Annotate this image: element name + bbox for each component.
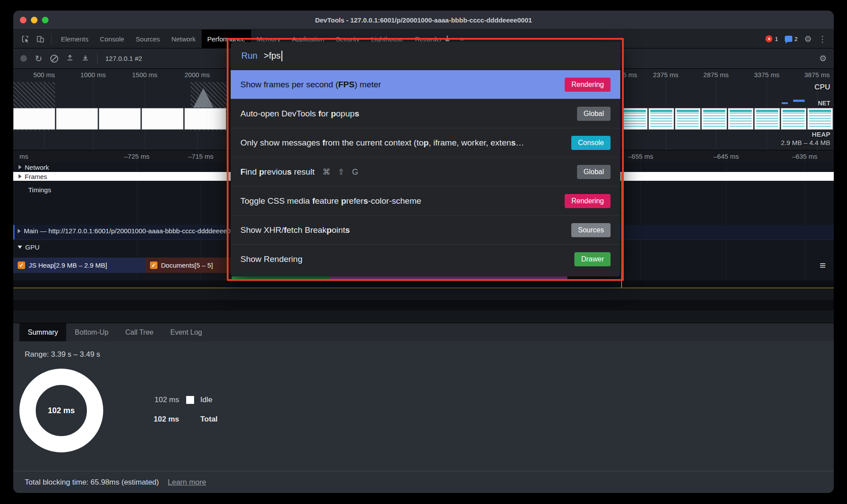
- legend-swatch: [186, 396, 194, 404]
- filmstrip-screenshot[interactable]: [807, 108, 833, 130]
- minimize-window-button[interactable]: [31, 17, 37, 23]
- ruler-label: 1500 ms: [132, 71, 157, 78]
- command-menu-item[interactable]: Show RenderingDrawer: [231, 244, 620, 273]
- filmstrip-screenshot[interactable]: [728, 108, 753, 130]
- tabbar-right-actions: × 1 2 ⚙ ⋮: [765, 35, 834, 43]
- save-profile-icon[interactable]: [82, 54, 89, 63]
- load-profile-icon[interactable]: [66, 54, 74, 63]
- counter-toggle[interactable]: ✓Documents[5 – 5]: [146, 258, 231, 273]
- tab-bottom-up[interactable]: Bottom-Up: [66, 323, 116, 341]
- filmstrip-screenshot[interactable]: [56, 108, 98, 130]
- filmstrip-screenshot[interactable]: [99, 108, 141, 130]
- ruler-label: –635 ms: [792, 153, 817, 160]
- record-button[interactable]: [20, 55, 27, 62]
- track-label: GPU: [25, 243, 40, 251]
- profile-select[interactable]: 127.0.0.1 #2: [105, 55, 142, 62]
- hamburger-menu-icon[interactable]: ≡: [820, 258, 826, 272]
- command-menu-item[interactable]: Only show messages from the current cont…: [231, 128, 620, 157]
- tab-label: Network: [172, 35, 196, 43]
- reload-and-record-icon[interactable]: ↻: [35, 54, 42, 63]
- status-footer: Total blocking time: 65.98ms (estimated)…: [13, 471, 834, 493]
- close-window-button[interactable]: [20, 17, 26, 23]
- counter-toggle[interactable]: ✓JS Heap[2.9 MB – 2.9 MB]: [13, 258, 146, 273]
- summary-panel: Range: 3.39 s – 3.49 s 102 ms 102 msIdle…: [13, 341, 834, 471]
- window-titlebar: DevTools - 127.0.0.1:6001/p/20001000-aaa…: [13, 11, 834, 30]
- ruler-label: 1000 ms: [80, 71, 106, 78]
- tab-sources[interactable]: Sources: [130, 30, 166, 48]
- thumb-content: [650, 110, 672, 128]
- device-toolbar-icon[interactable]: [33, 32, 48, 45]
- ruler-label: 2000 ms: [184, 71, 210, 78]
- disclosure-triangle-icon[interactable]: [18, 246, 22, 249]
- legend-label: Idle: [200, 396, 212, 404]
- donut-center-label: 102 ms: [19, 369, 103, 452]
- disclosure-triangle-icon[interactable]: [19, 165, 22, 169]
- command-menu-item[interactable]: Show frames per second (FPS) meterRender…: [231, 70, 620, 99]
- filmstrip-screenshot[interactable]: [13, 108, 55, 130]
- filmstrip-screenshot[interactable]: [675, 108, 701, 130]
- tab-elements[interactable]: Elements: [55, 30, 94, 48]
- tab-label: Memory: [257, 35, 281, 43]
- window-title: DevTools - 127.0.0.1:6001/p/20001000-aaa…: [13, 16, 834, 24]
- command-menu-item[interactable]: Show XHR/fetch BreakpointsSources: [231, 215, 620, 244]
- cpu-spike-marker: [193, 88, 214, 108]
- command-input-row[interactable]: Run >fps: [231, 42, 620, 70]
- command-item-label: Show Rendering: [240, 254, 302, 264]
- flask-icon: [445, 35, 450, 43]
- total-blocking-time-label: Total blocking time: 65.98ms (estimated): [25, 478, 159, 487]
- error-count-badge[interactable]: × 1: [765, 35, 778, 42]
- filmstrip-screenshot[interactable]: [622, 108, 648, 130]
- inspect-element-icon[interactable]: [18, 32, 33, 45]
- timeline-marker-line: [621, 173, 622, 287]
- command-menu-item[interactable]: Toggle CSS media feature prefers-color-s…: [231, 186, 620, 215]
- issues-count-badge[interactable]: 2: [785, 36, 798, 42]
- filmstrip-screenshot[interactable]: [142, 108, 184, 130]
- filmstrip-screenshot[interactable]: [781, 108, 806, 130]
- nodes-counter-strip: [232, 276, 330, 279]
- thumb-content: [783, 110, 805, 128]
- counter-baseline: [13, 287, 834, 288]
- filmstrip-screenshot[interactable]: [701, 108, 727, 130]
- command-item-label: Find previous result: [240, 167, 315, 177]
- listeners-counter-strip: [330, 276, 567, 279]
- ruler-label: –715 ms: [188, 153, 214, 160]
- tab-label: Application: [292, 35, 324, 43]
- settings-gear-icon[interactable]: ⚙: [804, 35, 812, 43]
- capture-settings-gear-icon[interactable]: ⚙: [819, 54, 827, 63]
- command-item-label: Show frames per second (FPS) meter: [240, 80, 381, 90]
- command-menu-item[interactable]: Find previous result⌘ ⇧ GGlobal: [231, 157, 620, 186]
- learn-more-link[interactable]: Learn more: [168, 478, 206, 487]
- error-count: 1: [775, 36, 778, 42]
- disclosure-triangle-icon[interactable]: [18, 229, 21, 233]
- command-menu-item[interactable]: Auto-open DevTools for popupsGlobal: [231, 99, 620, 128]
- command-item-badge: Sources: [571, 223, 611, 237]
- toolbar-divider: [51, 34, 52, 44]
- checkbox-checked-icon[interactable]: ✓: [150, 261, 157, 269]
- zoom-window-button[interactable]: [42, 17, 49, 23]
- command-item-label: Only show messages from the current cont…: [240, 138, 524, 148]
- tab-network[interactable]: Network: [166, 30, 202, 48]
- ruler-label: ms: [19, 153, 28, 160]
- ruler-label: 3875 ms: [804, 71, 830, 78]
- tab-label: Security: [336, 35, 360, 43]
- checkbox-checked-icon[interactable]: ✓: [18, 261, 25, 269]
- disclosure-triangle-icon[interactable]: [19, 174, 22, 179]
- ruler-label: 500 ms: [33, 71, 55, 78]
- toolbar-divider: [97, 54, 97, 63]
- filmstrip-screenshot[interactable]: [184, 108, 226, 130]
- tab-summary[interactable]: Summary: [19, 323, 66, 341]
- clear-recording-icon[interactable]: [50, 55, 58, 63]
- issue-count: 2: [795, 36, 798, 42]
- tab-label: Sources: [136, 35, 160, 43]
- command-item-badge: Console: [571, 136, 611, 150]
- tab-call-tree[interactable]: Call Tree: [117, 323, 162, 341]
- kebab-menu-icon[interactable]: ⋮: [818, 35, 827, 43]
- filmstrip-screenshot[interactable]: [754, 108, 780, 130]
- tab-console[interactable]: Console: [94, 30, 130, 48]
- tab-event-log[interactable]: Event Log: [162, 323, 210, 341]
- track-label: Frames: [25, 173, 47, 180]
- command-menu-items: Show frames per second (FPS) meterRender…: [231, 70, 620, 273]
- track-label: Network: [25, 164, 49, 171]
- filmstrip-screenshot[interactable]: [648, 108, 674, 130]
- screenshot-root: { "window": { "title": "DevTools - 127.0…: [0, 0, 847, 504]
